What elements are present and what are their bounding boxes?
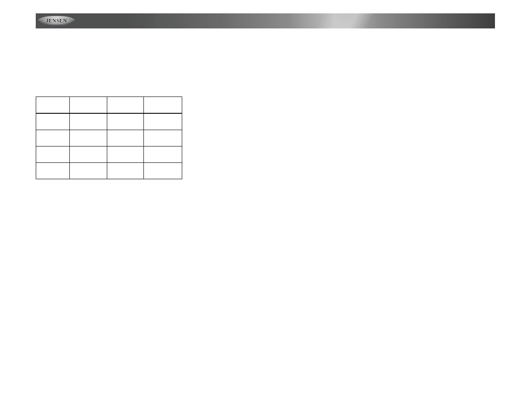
table-cell (144, 130, 182, 146)
table-cell (70, 114, 107, 130)
table-cell (144, 114, 182, 130)
page-root: JENSEN (0, 0, 532, 411)
table-row (36, 130, 182, 146)
table-cell (70, 163, 107, 179)
table-header-cell (36, 97, 70, 113)
table-header-cell (144, 97, 182, 113)
table-cell (70, 146, 107, 163)
brand-logo: JENSEN (38, 15, 75, 26)
brand-logo-text: JENSEN (38, 16, 75, 25)
header-band: JENSEN (36, 13, 495, 28)
table-cell (107, 114, 144, 130)
table-cell (36, 114, 70, 130)
table-cell (70, 130, 107, 146)
table-cell (36, 130, 70, 146)
table-cell (107, 163, 144, 179)
table-header-cell (70, 97, 107, 113)
table-cell (36, 146, 70, 163)
table-row (36, 163, 182, 179)
table-row (36, 146, 182, 163)
table-header-row (36, 97, 182, 113)
table-cell (107, 146, 144, 163)
table-header-cell (107, 97, 144, 113)
data-table (36, 97, 182, 179)
table-cell (144, 163, 182, 179)
table-row (36, 114, 182, 130)
table-cell (36, 163, 70, 179)
table-cell (144, 146, 182, 163)
brand-logo-cartouche: JENSEN (38, 16, 75, 25)
table-cell (107, 130, 144, 146)
